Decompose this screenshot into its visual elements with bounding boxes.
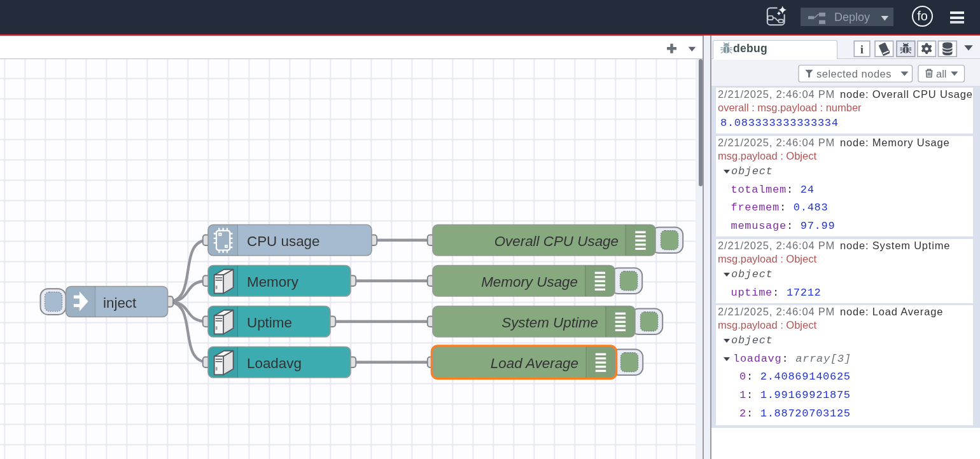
svg-text:Overall CPU Usage: Overall CPU Usage	[494, 233, 619, 249]
svg-text:selected nodes: selected nodes	[816, 68, 892, 79]
svg-text:Uptime: Uptime	[247, 315, 292, 331]
svg-text:Loadavg: Loadavg	[247, 355, 302, 371]
svg-text:Memory: Memory	[247, 274, 299, 290]
svg-text:all: all	[936, 68, 947, 79]
svg-text:inject: inject	[103, 295, 137, 311]
svg-text:CPU usage: CPU usage	[247, 233, 320, 249]
svg-text:System Uptime: System Uptime	[501, 315, 598, 331]
svg-text:i: i	[860, 43, 864, 56]
svg-text:Load Average: Load Average	[491, 355, 578, 371]
svg-text:Memory Usage: Memory Usage	[481, 274, 578, 290]
